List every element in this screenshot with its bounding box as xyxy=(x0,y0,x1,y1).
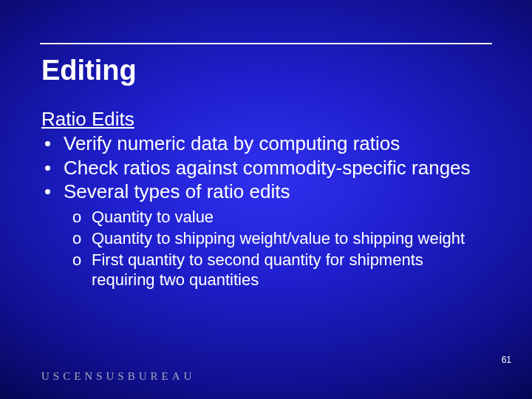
sub-bullet-item: Quantity to shipping weight/value to shi… xyxy=(71,229,491,249)
slide-title: Editing xyxy=(41,55,137,86)
bullet-item: Check ratios against commodity-specific … xyxy=(41,157,491,180)
content-area: Ratio Edits Verify numeric data by compu… xyxy=(41,108,491,291)
footer-logo: USCENSUSBUREAU xyxy=(41,370,195,383)
page-number: 61 xyxy=(502,355,511,365)
bullet-item: Several types of ratio edits xyxy=(41,180,491,203)
sub-bullet-list: Quantity to value Quantity to shipping w… xyxy=(41,208,491,290)
title-divider xyxy=(40,43,492,44)
subheading: Ratio Edits xyxy=(41,108,491,131)
bullet-item: Verify numeric data by computing ratios xyxy=(41,132,491,155)
sub-bullet-item: First quantity to second quantity for sh… xyxy=(71,250,491,290)
sub-bullet-item: Quantity to value xyxy=(71,208,491,228)
slide: Editing Ratio Edits Verify numeric data … xyxy=(0,0,532,399)
bullet-list: Verify numeric data by computing ratios … xyxy=(41,132,491,203)
